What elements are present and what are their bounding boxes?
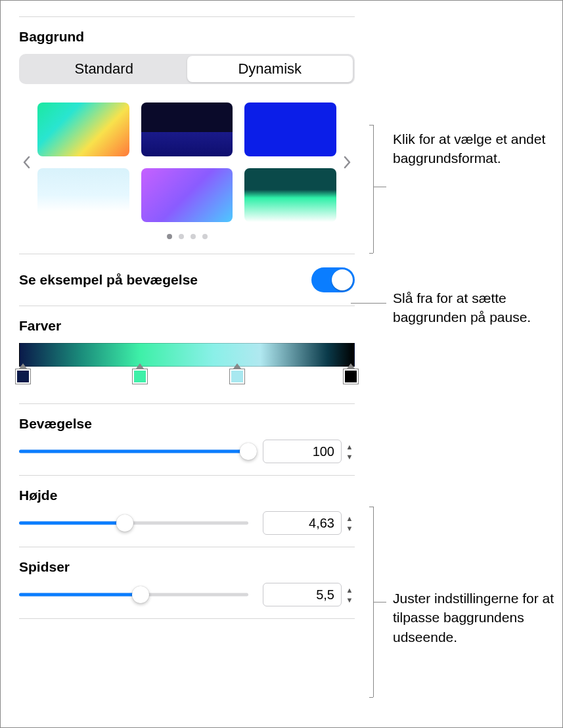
page-dot-1[interactable]	[167, 234, 172, 239]
chevron-right-icon[interactable]	[340, 156, 355, 169]
height-step-up[interactable]: ▲	[344, 514, 355, 523]
peaks-step-up[interactable]: ▲	[344, 585, 355, 595]
bg-thumb-2[interactable]	[141, 102, 233, 156]
height-step-down[interactable]: ▼	[344, 524, 355, 533]
colors-heading: Farver	[19, 318, 355, 334]
peaks-value-input[interactable]	[263, 583, 342, 606]
peaks-slider[interactable]	[19, 586, 248, 603]
height-value-input[interactable]	[263, 511, 342, 535]
gradient-stop-4[interactable]	[343, 369, 359, 384]
gradient-editor[interactable]	[19, 343, 355, 367]
peaks-step-down[interactable]: ▼	[344, 595, 355, 604]
motion-heading: Bevægelse	[19, 416, 355, 432]
seg-dynamic[interactable]: Dynamisk	[187, 56, 353, 82]
preview-motion-switch[interactable]	[311, 267, 355, 292]
bg-thumb-6[interactable]	[244, 168, 336, 222]
height-slider[interactable]	[19, 514, 248, 532]
callouts-column: Klik for at vælge et andet baggrunds­for…	[373, 1, 562, 727]
motion-slider[interactable]	[19, 443, 248, 460]
bg-thumb-5[interactable]	[141, 168, 233, 222]
gradient-stop-1[interactable]	[15, 369, 31, 384]
callout-3: Juster indstillingerne for at tilpasse b…	[393, 589, 562, 647]
motion-step-down[interactable]: ▼	[344, 452, 355, 461]
gradient-stop-3[interactable]	[229, 369, 245, 384]
preview-motion-label: Se eksempel på bevægelse	[19, 272, 198, 288]
background-thumbnail-carousel	[19, 102, 355, 222]
height-heading: Højde	[19, 488, 355, 503]
gradient-stop-2[interactable]	[132, 369, 148, 384]
seg-standard[interactable]: Standard	[21, 56, 187, 82]
preview-motion-row: Se eksempel på bevægelse	[19, 254, 355, 306]
page-dot-2[interactable]	[179, 234, 184, 239]
callout-1: Klik for at vælge et andet baggrunds­for…	[393, 129, 562, 168]
inspector-panel: Baggrund Standard Dynamisk	[1, 1, 373, 727]
page-dot-4[interactable]	[202, 234, 208, 239]
background-mode-segmented[interactable]: Standard Dynamisk	[19, 54, 355, 84]
bg-thumb-3[interactable]	[244, 102, 336, 156]
bg-thumb-4[interactable]	[37, 168, 129, 222]
page-dots	[19, 234, 355, 239]
callout-2: Slå fra for at sætte baggrunden på pause…	[393, 288, 562, 327]
peaks-heading: Spidser	[19, 559, 355, 575]
motion-value-input[interactable]	[263, 440, 342, 463]
page-dot-3[interactable]	[191, 234, 196, 239]
bg-thumb-1[interactable]	[37, 102, 129, 156]
chevron-left-icon[interactable]	[19, 156, 34, 169]
background-heading: Baggrund	[19, 29, 355, 45]
motion-step-up[interactable]: ▲	[344, 442, 355, 451]
